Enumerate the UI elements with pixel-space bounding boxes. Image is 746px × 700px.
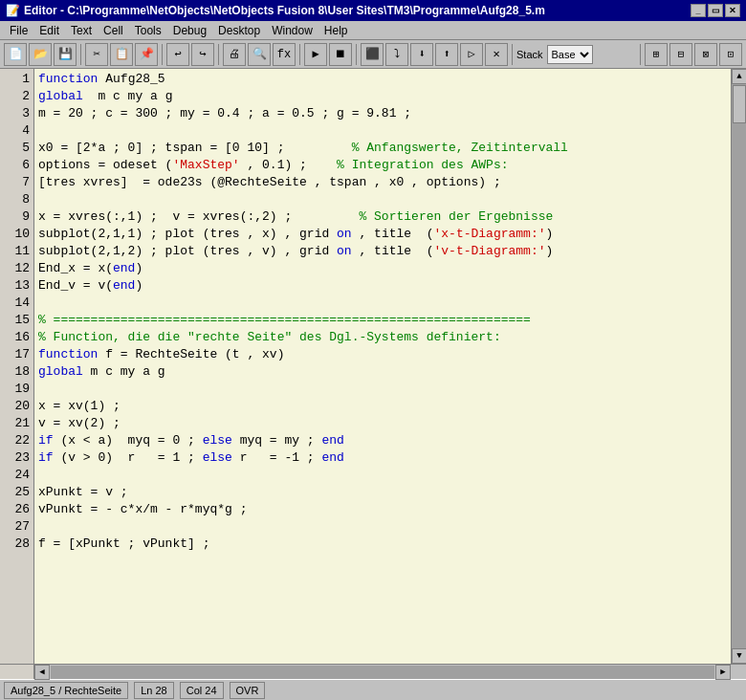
close-button[interactable]: ✕ bbox=[725, 4, 740, 17]
menu-text[interactable]: Text bbox=[65, 22, 98, 39]
layout-btn-4[interactable]: ⊡ bbox=[719, 43, 742, 66]
undo-button[interactable]: ↩ bbox=[166, 43, 189, 66]
scroll-up-button[interactable]: ▲ bbox=[732, 69, 746, 84]
exit-debug-button[interactable]: ✕ bbox=[485, 43, 508, 66]
step-in-button[interactable]: ⬇ bbox=[410, 43, 433, 66]
cut-button[interactable]: ✂ bbox=[85, 43, 108, 66]
breakpoint-button[interactable]: ⬛ bbox=[361, 43, 384, 66]
layout-btn-1[interactable]: ⊞ bbox=[645, 43, 668, 66]
step-out-button[interactable]: ⬆ bbox=[435, 43, 458, 66]
status-ovr: OVR bbox=[230, 682, 266, 699]
save-button[interactable]: 💾 bbox=[54, 43, 77, 66]
toolbar: 📄 📂 💾 ✂ 📋 📌 ↩ ↪ 🖨 🔍 fx ▶ ⏹ ⬛ ⤵ ⬇ ⬆ ▷ ✕ S… bbox=[0, 40, 746, 69]
minimize-button[interactable]: _ bbox=[691, 4, 706, 17]
stack-label: Stack bbox=[516, 49, 543, 60]
scroll-down-button[interactable]: ▼ bbox=[732, 648, 746, 664]
toolbar-separator-1 bbox=[80, 44, 81, 65]
step-button[interactable]: ⤵ bbox=[385, 43, 408, 66]
line-numbers: 1234567891011121314151617181920212223242… bbox=[0, 69, 34, 664]
window-title: Editor - C:\Programme\NetObjects\NetObje… bbox=[24, 4, 545, 17]
run-button[interactable]: ▶ bbox=[304, 43, 327, 66]
horizontal-scrollbar[interactable]: ◀ ▶ bbox=[34, 665, 731, 679]
paste-button[interactable]: 📌 bbox=[135, 43, 158, 66]
menu-window[interactable]: Window bbox=[266, 22, 318, 39]
menu-tools[interactable]: Tools bbox=[129, 22, 167, 39]
app-icon: 📝 bbox=[6, 4, 20, 17]
base-select[interactable]: Base bbox=[547, 45, 593, 64]
menu-bar: File Edit Text Cell Tools Debug Desktop … bbox=[0, 21, 746, 40]
status-col: Col 24 bbox=[180, 682, 224, 699]
toolbar-separator-5 bbox=[356, 44, 357, 65]
status-ln: Ln 28 bbox=[134, 682, 174, 699]
continue-button[interactable]: ▷ bbox=[460, 43, 483, 66]
editor-container: 1234567891011121314151617181920212223242… bbox=[0, 69, 746, 664]
stop-button[interactable]: ⏹ bbox=[329, 43, 352, 66]
menu-debug[interactable]: Debug bbox=[167, 22, 212, 39]
toolbar-separator-3 bbox=[218, 44, 219, 65]
window-controls[interactable]: _ ▭ ✕ bbox=[691, 4, 740, 17]
restore-button[interactable]: ▭ bbox=[708, 4, 723, 17]
menu-help[interactable]: Help bbox=[318, 22, 354, 39]
title-bar: 📝 Editor - C:\Programme\NetObjects\NetOb… bbox=[0, 0, 746, 21]
scroll-right-button[interactable]: ▶ bbox=[715, 665, 731, 680]
menu-edit[interactable]: Edit bbox=[33, 22, 65, 39]
horizontal-scrollbar-container: ◀ ▶ bbox=[0, 664, 746, 679]
vertical-scrollbar[interactable]: ▲ ▼ bbox=[731, 69, 746, 664]
fx-button[interactable]: fx bbox=[273, 43, 296, 66]
print-button[interactable]: 🖨 bbox=[223, 43, 246, 66]
code-area[interactable]: function Aufg28_5global m c my a gm = 20… bbox=[34, 69, 731, 664]
open-button[interactable]: 📂 bbox=[29, 43, 52, 66]
scroll-track[interactable] bbox=[732, 84, 746, 648]
status-filename: Aufg28_5 / RechteSeite bbox=[4, 682, 128, 699]
toolbar-separator-7 bbox=[640, 44, 641, 65]
find-button[interactable]: 🔍 bbox=[248, 43, 271, 66]
scroll-left-button[interactable]: ◀ bbox=[34, 665, 50, 680]
scroll-thumb[interactable] bbox=[733, 85, 746, 123]
layout-btn-2[interactable]: ⊟ bbox=[669, 43, 692, 66]
layout-btn-3[interactable]: ⊠ bbox=[694, 43, 717, 66]
toolbar-right: ⊞ ⊟ ⊠ ⊡ bbox=[638, 43, 742, 66]
new-button[interactable]: 📄 bbox=[4, 43, 27, 66]
redo-button[interactable]: ↪ bbox=[191, 43, 214, 66]
copy-button[interactable]: 📋 bbox=[110, 43, 133, 66]
editor-wrapper: 1234567891011121314151617181920212223242… bbox=[0, 69, 746, 679]
scrollbar-corner-right bbox=[731, 665, 746, 679]
toolbar-separator-2 bbox=[162, 44, 163, 65]
menu-cell[interactable]: Cell bbox=[98, 22, 129, 39]
menu-file[interactable]: File bbox=[4, 22, 33, 39]
scroll-h-track[interactable] bbox=[51, 666, 714, 679]
scrollbar-corner-left bbox=[0, 665, 34, 679]
status-bar: Aufg28_5 / RechteSeite Ln 28 Col 24 OVR bbox=[0, 679, 746, 700]
menu-desktop[interactable]: Desktop bbox=[212, 22, 266, 39]
toolbar-separator-6 bbox=[512, 44, 513, 65]
toolbar-separator-4 bbox=[299, 44, 300, 65]
